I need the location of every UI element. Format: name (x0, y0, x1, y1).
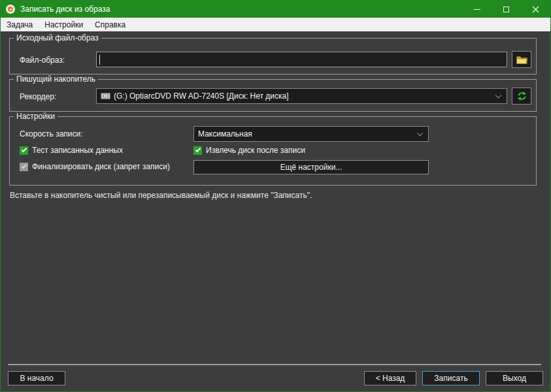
group-source-title: Исходный файл-образ (14, 33, 101, 42)
checkbox-eject-disc[interactable]: Извлечь диск после записи (193, 146, 305, 155)
file-image-label: Файл-образ: (20, 56, 65, 65)
home-button[interactable]: В начало (8, 371, 65, 385)
group-recorder-title: Пишущий накопитель (14, 74, 98, 84)
burn-button[interactable]: Записать (422, 371, 480, 385)
write-speed-label: Скорость записи: (20, 129, 83, 139)
group-settings-title: Настройки (14, 112, 58, 121)
footer-separator (8, 364, 541, 365)
drive-icon (101, 92, 110, 100)
exit-button[interactable]: Выход (486, 371, 543, 385)
text-caret (99, 55, 100, 65)
file-image-input[interactable] (96, 52, 507, 67)
group-source-image: Исходный файл-образ Файл-образ: (9, 38, 537, 74)
maximize-icon (503, 7, 509, 12)
write-speed-dropdown[interactable]: Максимальная (193, 126, 429, 142)
recorder-value: (G:) OptiarcDVD RW AD-7240S [Диск: Нет д… (114, 91, 289, 101)
minimize-icon (474, 9, 480, 10)
refresh-icon (517, 91, 527, 101)
app-window: Записать диск из образа Задача Настройки… (0, 0, 551, 392)
checkbox-checked-icon (193, 146, 202, 155)
group-recorder: Пишущий накопитель Рекордер: (G:) Optiar… (9, 79, 537, 112)
back-button[interactable]: < Назад (364, 371, 416, 385)
checkbox-finalize-disc[interactable]: Финализировать диск (запрет записи) (20, 162, 170, 171)
refresh-recorders-button[interactable] (512, 88, 531, 105)
more-settings-button[interactable]: Ещё настройки... (193, 160, 429, 174)
group-settings: Настройки Скорость записи: Максимальная … (9, 116, 537, 186)
menu-settings[interactable]: Настройки (39, 18, 89, 31)
window-title: Записать диск из образа (20, 5, 110, 14)
recorder-dropdown[interactable]: (G:) OptiarcDVD RW AD-7240S [Диск: Нет д… (96, 88, 507, 104)
checkbox-finalize-disc-label: Финализировать диск (запрет записи) (32, 162, 170, 171)
folder-icon (516, 56, 527, 64)
menubar: Задача Настройки Справка (1, 18, 550, 31)
checkbox-test-data[interactable]: Тест записанных данных (20, 146, 123, 155)
minimize-button[interactable] (462, 1, 492, 18)
chevron-down-icon (495, 92, 502, 99)
close-button[interactable] (521, 1, 550, 18)
browse-button[interactable] (512, 51, 531, 68)
menu-task[interactable]: Задача (1, 18, 39, 31)
recorder-label: Рекордер: (20, 92, 56, 101)
write-speed-value: Максимальная (198, 129, 252, 139)
maximize-button[interactable] (492, 1, 521, 18)
chevron-down-icon (417, 130, 424, 137)
disc-icon (6, 5, 15, 14)
close-icon (532, 6, 539, 13)
checkbox-checked-disabled-icon (20, 163, 28, 171)
checkbox-test-data-label: Тест записанных данных (32, 146, 123, 155)
checkbox-checked-icon (20, 146, 28, 155)
menu-help[interactable]: Справка (89, 18, 131, 31)
checkbox-eject-disc-label: Извлечь диск после записи (206, 146, 305, 155)
titlebar: Записать диск из образа (1, 1, 550, 18)
status-message: Вставьте в накопитель чистый или перезап… (10, 191, 312, 200)
window-controls (462, 1, 550, 18)
